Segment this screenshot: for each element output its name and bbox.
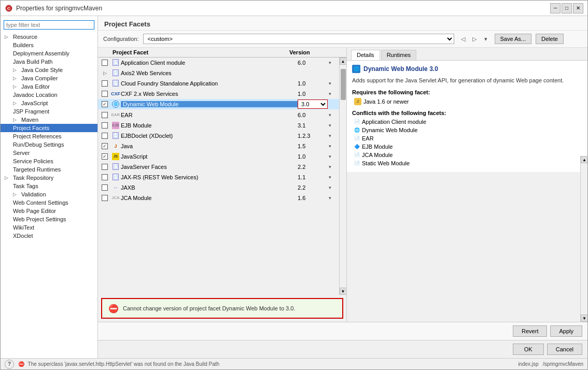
checkbox-col[interactable]: ▷ <box>99 70 110 76</box>
table-row[interactable]: J Java 1.5 ▾ <box>98 141 339 151</box>
dropdown-arrow[interactable]: ▾ <box>329 81 338 86</box>
forward-button[interactable]: ▷ <box>470 34 479 44</box>
facet-scroll-area[interactable]: 📄 Application Client module 6.0 ▾ ▷ <box>98 58 339 295</box>
table-row[interactable]: 📄 EJBDoclet (XDoclet) 1.2.3 ▾ <box>98 131 339 141</box>
checkbox-col[interactable] <box>99 143 110 149</box>
version-select-dynamic-web[interactable]: 3.0 2.5 2.4 <box>298 99 328 109</box>
revert-button[interactable]: Revert <box>513 325 547 337</box>
checkbox-col[interactable] <box>99 122 110 129</box>
dropdown-arrow[interactable]: ▾ <box>329 185 338 190</box>
facet-checkbox-app-client[interactable] <box>102 60 108 66</box>
facet-checkbox-jca[interactable] <box>102 195 108 201</box>
checkbox-col[interactable] <box>99 133 110 139</box>
facet-checkbox-jaxb[interactable] <box>102 184 108 191</box>
checkbox-col[interactable] <box>99 153 110 160</box>
dropdown-arrow[interactable]: ▾ <box>329 164 338 169</box>
sidebar-item-wikitext[interactable]: WikiText <box>1 223 97 232</box>
sidebar-item-server[interactable]: Server <box>1 149 97 157</box>
checkbox-col[interactable] <box>99 60 110 66</box>
facet-checkbox-ejbdoclet[interactable] <box>102 133 108 139</box>
apply-button[interactable]: Apply <box>550 325 582 337</box>
table-row[interactable]: ▷ 📄 Axis2 Web Services <box>98 68 339 78</box>
help-button[interactable]: ? <box>5 360 14 369</box>
sidebar-item-java-compiler[interactable]: ▷ Java Compiler <box>1 74 97 82</box>
sidebar-item-builders[interactable]: Builders <box>1 41 97 49</box>
sidebar-item-validation[interactable]: ▷ Validation <box>1 190 97 198</box>
sidebar-item-task-repository[interactable]: ▷ Task Repository <box>1 174 97 182</box>
facet-checkbox-cxf[interactable] <box>102 91 108 97</box>
table-row[interactable]: ↔ JAXB 2.2 ▾ <box>98 182 339 193</box>
dropdown-arrow[interactable]: ▾ <box>329 154 338 159</box>
sidebar-item-javadoc-location[interactable]: Javadoc Location <box>1 91 97 99</box>
facet-checkbox-ejb[interactable] <box>102 122 108 129</box>
sidebar-item-java-code-style[interactable]: ▷ Java Code Style <box>1 66 97 74</box>
scroll-thumb[interactable] <box>341 69 346 100</box>
dropdown-arrow[interactable]: ▾ <box>329 144 338 149</box>
checkbox-col[interactable] <box>99 174 110 180</box>
table-row[interactable]: 🌐 Dynamic Web Module 3.0 2.5 2.4 <box>98 99 339 110</box>
dropdown-arrow[interactable]: ▾ <box>329 91 338 96</box>
facet-checkbox-dynamic-web[interactable] <box>102 101 108 107</box>
sidebar-item-javascript[interactable]: ▷ JavaScript <box>1 99 97 107</box>
close-button[interactable]: ✕ <box>573 3 583 13</box>
sidebar-item-java-editor[interactable]: ▷ Java Editor <box>1 82 97 91</box>
filter-input[interactable] <box>4 20 94 30</box>
ok-button[interactable]: OK <box>513 344 544 355</box>
scroll-up[interactable]: ▲ <box>340 58 347 65</box>
details-scrollbar[interactable]: ▲ ▼ <box>580 156 587 322</box>
sidebar-item-project-facets[interactable]: Project Facets <box>1 124 97 132</box>
cancel-button[interactable]: Cancel <box>547 344 582 355</box>
sidebar-item-deployment-assembly[interactable]: Deployment Assembly <box>1 49 97 58</box>
sidebar-item-java-build-path[interactable]: Java Build Path <box>1 58 97 66</box>
facet-checkbox-jax-rs[interactable] <box>102 174 108 180</box>
checkbox-col[interactable] <box>99 80 110 87</box>
scroll-down[interactable]: ▼ <box>340 288 347 295</box>
sidebar-item-run-debug-settings[interactable]: Run/Debug Settings <box>1 140 97 149</box>
facet-checkbox-java[interactable] <box>102 143 108 149</box>
dropdown-arrow[interactable]: ▾ <box>329 195 338 201</box>
facet-checkbox-cloud-foundry[interactable] <box>102 80 108 87</box>
dropdown-arrow[interactable]: ▾ <box>329 123 338 128</box>
dropdown-arrow[interactable]: ▾ <box>329 133 338 138</box>
facet-scrollbar[interactable]: ▲ ▼ <box>339 58 346 295</box>
checkbox-col[interactable] <box>99 91 110 97</box>
dropdown-arrow[interactable]: ▾ <box>329 175 338 180</box>
checkbox-col[interactable] <box>99 101 110 107</box>
table-row[interactable]: EJB EJB Module 3.1 ▾ <box>98 120 339 131</box>
minimize-button[interactable]: ─ <box>550 3 561 13</box>
scroll-up-details[interactable]: ▲ <box>581 156 587 163</box>
sidebar-item-jsp-fragment[interactable]: JSP Fragment <box>1 107 97 116</box>
sidebar-item-xdoclet[interactable]: XDoclet <box>1 232 97 240</box>
sidebar-item-resource[interactable]: ▷ Resource <box>1 33 97 41</box>
configuration-select[interactable]: <custom> <box>143 34 454 44</box>
table-row[interactable]: 📄 Cloud Foundry Standalone Application 1… <box>98 78 339 89</box>
checkbox-col[interactable] <box>99 195 110 201</box>
facet-checkbox-ear[interactable] <box>102 112 108 118</box>
dropdown-arrow[interactable]: ▾ <box>329 112 338 118</box>
sidebar-item-project-references[interactable]: Project References <box>1 132 97 140</box>
sidebar-item-web-page-editor[interactable]: Web Page Editor <box>1 207 97 215</box>
checkbox-col[interactable] <box>99 184 110 191</box>
tab-details[interactable]: Details <box>351 50 380 60</box>
table-row[interactable]: 📄 JavaServer Faces 2.2 ▾ <box>98 162 339 172</box>
table-row[interactable]: 📄 JAX-RS (REST Web Services) 1.1 ▾ <box>98 172 339 182</box>
save-as-button[interactable]: Save As... <box>495 34 532 44</box>
checkbox-col[interactable] <box>99 112 110 118</box>
table-row[interactable]: CXF CXF 2.x Web Services 1.0 ▾ <box>98 89 339 99</box>
sidebar-item-maven[interactable]: ▷ Maven <box>1 116 97 124</box>
sidebar-item-task-tags[interactable]: Task Tags <box>1 182 97 190</box>
facet-checkbox-javascript[interactable] <box>102 153 108 160</box>
table-row[interactable]: JS JavaScript 1.0 ▾ <box>98 151 339 162</box>
back-button[interactable]: ◁ <box>458 34 468 44</box>
table-row[interactable]: JCA JCA Module 1.6 ▾ <box>98 193 339 203</box>
scroll-down-details[interactable]: ▼ <box>581 315 587 322</box>
maximize-button[interactable]: □ <box>562 3 572 13</box>
facet-checkbox-jsf[interactable] <box>102 164 108 170</box>
table-row[interactable]: 📄 Application Client module 6.0 ▾ <box>98 58 339 68</box>
tab-runtimes[interactable]: Runtimes <box>381 50 416 60</box>
sidebar-item-targeted-runtimes[interactable]: Targeted Runtimes <box>1 165 97 174</box>
sidebar-item-web-content-settings[interactable]: Web Content Settings <box>1 198 97 207</box>
table-row[interactable]: EAR EAR 6.0 ▾ <box>98 110 339 120</box>
delete-button[interactable]: Delete <box>536 34 564 44</box>
dropdown-arrow[interactable]: ▾ <box>329 60 338 65</box>
